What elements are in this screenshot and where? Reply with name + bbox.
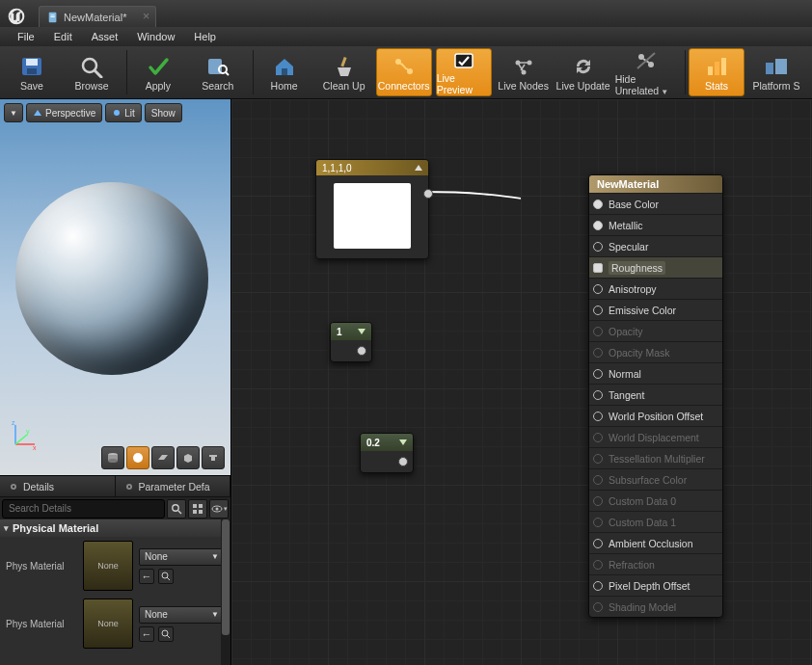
grid-filter-button[interactable] xyxy=(188,499,207,519)
output-pin[interactable] xyxy=(357,346,366,356)
tool-apply[interactable]: Apply xyxy=(130,48,186,96)
shape-plane-button[interactable] xyxy=(151,446,175,469)
node-constant-02[interactable]: 0.2 xyxy=(360,433,414,473)
shape-cylinder-button[interactable] xyxy=(101,446,124,469)
menu-help[interactable]: Help xyxy=(184,28,226,45)
search-icon[interactable] xyxy=(167,499,186,519)
material-pin-refraction: Refraction xyxy=(589,553,722,574)
perspective-button[interactable]: Perspective xyxy=(26,103,102,122)
shape-mesh-button[interactable] xyxy=(202,446,225,469)
input-pin xyxy=(593,602,603,612)
input-pin[interactable] xyxy=(593,412,603,421)
input-pin[interactable] xyxy=(593,221,603,230)
livepreview-icon xyxy=(451,49,476,72)
section-header[interactable]: Physical Material xyxy=(0,519,230,537)
tool-live-nodes[interactable]: Live Nodes xyxy=(496,48,552,96)
material-pin-normal[interactable]: Normal xyxy=(589,362,722,384)
asset-dropdown[interactable]: None▼ xyxy=(139,548,225,566)
input-pin xyxy=(593,518,603,527)
material-pin-tangent[interactable]: Tangent xyxy=(589,384,722,405)
svg-rect-1 xyxy=(50,14,54,15)
svg-rect-45 xyxy=(193,504,197,508)
collapse-icon[interactable] xyxy=(415,165,422,171)
material-graph[interactable]: 1,1,1,0 1 0.2 NewMaterial Base ColorMeta… xyxy=(231,99,812,665)
node-material-output[interactable]: NewMaterial Base ColorMetallicSpecularRo… xyxy=(588,174,723,618)
input-pin[interactable] xyxy=(593,306,603,315)
node-constant-1[interactable]: 1 xyxy=(330,322,372,362)
livenodes-icon xyxy=(511,53,536,80)
input-pin[interactable] xyxy=(593,263,603,273)
tool-platform-s[interactable]: Platform S xyxy=(748,48,804,96)
input-pin[interactable] xyxy=(593,284,603,294)
tool-live-update[interactable]: Live Update xyxy=(555,48,611,96)
eye-filter-button[interactable]: ▾ xyxy=(209,499,229,519)
svg-line-31 xyxy=(15,435,27,444)
input-pin[interactable] xyxy=(593,242,603,252)
preview-viewport[interactable]: ▼ Perspective Lit Show zxy xyxy=(0,99,230,475)
material-pin-emissive-color[interactable]: Emissive Color xyxy=(589,299,722,320)
use-selected-button[interactable]: ← xyxy=(139,626,154,642)
svg-point-50 xyxy=(215,507,218,510)
tool-home[interactable]: Home xyxy=(257,48,312,96)
search-input[interactable] xyxy=(2,499,165,519)
node-header[interactable]: 1,1,1,0 xyxy=(316,160,428,175)
material-pin-world-position-offset[interactable]: World Position Offset xyxy=(589,405,722,426)
home-icon xyxy=(272,53,297,80)
input-pin[interactable] xyxy=(593,200,603,209)
lit-button[interactable]: Lit xyxy=(105,103,142,122)
menu-file[interactable]: File xyxy=(8,28,44,45)
menu-asset[interactable]: Asset xyxy=(82,28,128,45)
input-pin xyxy=(593,348,603,358)
tool-live-preview[interactable]: Live Preview xyxy=(436,48,492,96)
close-icon[interactable]: × xyxy=(143,10,150,22)
material-pin-roughness[interactable]: Roughness xyxy=(589,256,722,278)
viewport-options-button[interactable]: ▼ xyxy=(4,103,23,122)
chevron-down-icon[interactable] xyxy=(399,439,407,445)
material-pin-anisotropy[interactable]: Anisotropy xyxy=(589,278,722,299)
details-scrollbar[interactable] xyxy=(221,519,230,665)
tool-search[interactable]: Search xyxy=(190,48,246,96)
document-tab[interactable]: NewMaterial* × xyxy=(39,6,156,27)
input-pin[interactable] xyxy=(593,369,603,379)
tool-connectors[interactable]: Connectors xyxy=(376,48,432,96)
tab-details[interactable]: Details xyxy=(0,476,116,496)
chevron-down-icon[interactable] xyxy=(358,329,365,334)
tool-hide-unrelated[interactable]: Hide Unrelated▼ xyxy=(615,48,679,96)
material-pin-specular[interactable]: Specular xyxy=(589,235,722,256)
tool-save[interactable]: Save xyxy=(4,48,60,96)
input-pin[interactable] xyxy=(593,539,603,548)
browse-asset-button[interactable] xyxy=(158,626,174,642)
material-pin-pixel-depth-offset[interactable]: Pixel Depth Offset xyxy=(589,574,722,596)
svg-rect-47 xyxy=(193,510,197,514)
asset-dropdown[interactable]: None▼ xyxy=(139,606,225,624)
output-pin[interactable] xyxy=(398,457,408,466)
show-button[interactable]: Show xyxy=(145,103,182,122)
input-pin[interactable] xyxy=(593,581,603,591)
output-pin[interactable] xyxy=(423,189,433,199)
shape-sphere-button[interactable] xyxy=(126,446,149,469)
color-swatch[interactable] xyxy=(334,183,411,249)
tool-clean-up[interactable]: Clean Up xyxy=(316,48,372,96)
node-constant4vector[interactable]: 1,1,1,0 xyxy=(315,159,429,259)
input-pin[interactable] xyxy=(593,390,603,400)
material-pin-base-color[interactable]: Base Color xyxy=(589,193,722,214)
asset-thumbnail[interactable]: None xyxy=(83,541,133,591)
cleanup-icon xyxy=(332,53,357,80)
svg-rect-48 xyxy=(199,510,203,514)
browse-asset-button[interactable] xyxy=(158,569,174,584)
svg-text:y: y xyxy=(26,428,30,436)
material-pin-ambient-occlusion[interactable]: Ambient Occlusion xyxy=(589,532,722,553)
svg-point-28 xyxy=(114,110,120,116)
menu-window[interactable]: Window xyxy=(127,28,184,45)
shape-cube-button[interactable] xyxy=(176,446,200,469)
tool-stats[interactable]: Stats xyxy=(689,48,744,96)
svg-line-10 xyxy=(226,72,229,75)
material-pin-metallic[interactable]: Metallic xyxy=(589,214,722,235)
svg-point-37 xyxy=(108,459,118,463)
menu-edit[interactable]: Edit xyxy=(44,28,82,45)
tab-parameter-defaults[interactable]: Parameter Defa xyxy=(116,476,231,496)
tool-browse[interactable]: Browse xyxy=(64,48,120,96)
asset-thumbnail[interactable]: None xyxy=(83,598,133,649)
node-header[interactable]: NewMaterial xyxy=(589,175,722,193)
use-selected-button[interactable]: ← xyxy=(139,569,154,584)
